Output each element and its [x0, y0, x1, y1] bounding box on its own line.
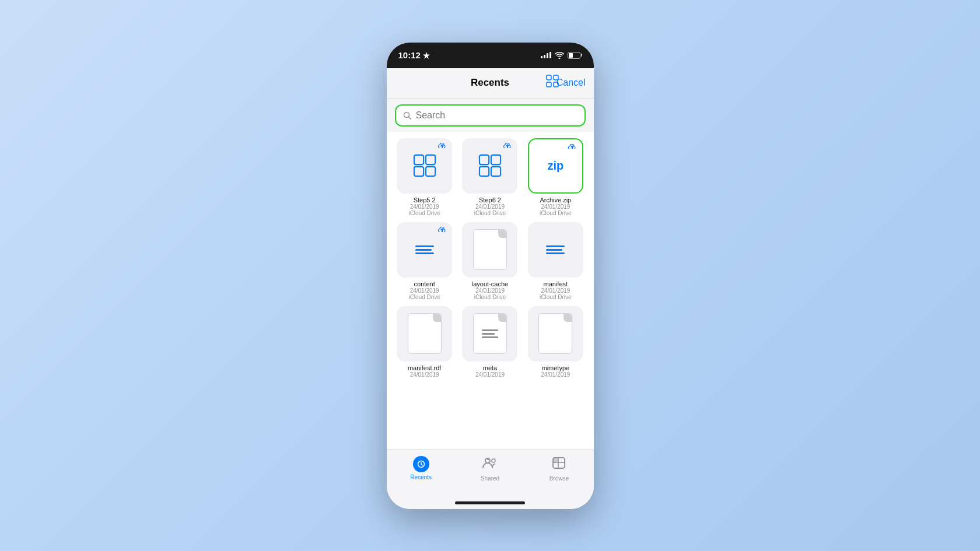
tab-browse[interactable]: Browse [541, 456, 576, 482]
file-source: iCloud Drive [540, 210, 571, 216]
list-item[interactable]: Step5 2 24/01/2019 iCloud Drive [395, 138, 454, 216]
nav-title: Recents [471, 77, 509, 89]
tab-shared[interactable]: Shared [473, 456, 508, 482]
file-card [397, 138, 452, 194]
file-date: 24/01/2019 [475, 203, 505, 210]
tab-browse-label: Browse [550, 475, 569, 482]
file-date: 24/01/2019 [410, 371, 439, 378]
file-card [462, 222, 517, 278]
svg-line-5 [408, 117, 411, 119]
list-item[interactable]: manifest.rdf 24/01/2019 [395, 306, 454, 378]
list-item[interactable]: layout-cache 24/01/2019 iCloud Drive [460, 222, 520, 300]
tab-recents-label: Recents [410, 474, 432, 480]
phone-frame: 10:12 [387, 43, 594, 509]
tab-bar: Recents Shared [387, 450, 594, 497]
list-item[interactable]: content 24/01/2019 iCloud Drive [395, 222, 454, 300]
signal-icon [541, 52, 551, 58]
recents-icon [413, 456, 429, 472]
file-card [528, 222, 583, 278]
svg-rect-13 [491, 167, 501, 176]
file-date: 24/01/2019 [410, 287, 439, 294]
svg-rect-19 [553, 458, 558, 462]
file-date: 24/01/2019 [541, 371, 570, 378]
svg-rect-11 [491, 155, 501, 164]
blank-file-icon [408, 313, 442, 354]
svg-rect-9 [426, 167, 435, 176]
cloud-upload-icon [438, 227, 446, 236]
battery-icon [568, 52, 582, 59]
file-name: Archive.zip [540, 196, 571, 203]
file-name: mimetype [541, 364, 569, 371]
list-item[interactable]: Step6 2 24/01/2019 iCloud Drive [460, 138, 520, 216]
file-name: manifest.rdf [408, 364, 441, 371]
doc-icon [546, 245, 565, 254]
list-item[interactable]: mimetype 24/01/2019 [526, 306, 585, 378]
cloud-upload-icon [503, 143, 512, 152]
cloud-upload-icon [438, 143, 446, 152]
file-source: iCloud Drive [408, 294, 440, 300]
search-input[interactable] [416, 110, 578, 121]
file-source: iCloud Drive [408, 210, 440, 216]
wifi-icon [555, 52, 564, 59]
squares-icon [478, 153, 502, 178]
tab-recents[interactable]: Recents [404, 456, 439, 480]
nav-bar: Recents Cancel [387, 68, 594, 99]
file-grid: Step5 2 24/01/2019 iCloud Drive [387, 132, 594, 450]
doc-gray-icon [473, 313, 507, 354]
tab-shared-label: Shared [481, 475, 499, 482]
svg-rect-0 [547, 75, 551, 80]
cancel-button[interactable]: Cancel [556, 78, 586, 88]
svg-rect-6 [414, 155, 424, 164]
status-time: 10:12 [398, 50, 430, 60]
file-card [462, 306, 517, 362]
file-date: 24/01/2019 [410, 203, 439, 210]
home-indicator [387, 497, 594, 509]
file-source: iCloud Drive [474, 294, 506, 300]
file-name: manifest [544, 280, 568, 287]
file-date: 24/01/2019 [475, 287, 505, 294]
status-icons [541, 52, 582, 59]
blank-file-icon [538, 313, 572, 354]
cloud-upload-icon [568, 144, 576, 153]
file-name: meta [483, 364, 497, 371]
file-name: content [414, 280, 435, 287]
file-card [397, 222, 452, 278]
file-card-selected: zip [528, 138, 583, 194]
search-bar-container [387, 99, 594, 132]
file-card [528, 306, 583, 362]
svg-rect-8 [414, 167, 424, 176]
list-item[interactable]: meta 24/01/2019 [460, 306, 520, 378]
list-item[interactable]: zip Archive.zip 24/01/2019 iCloud Drive [526, 138, 585, 216]
file-card [397, 306, 452, 362]
search-icon [403, 111, 411, 120]
svg-point-16 [492, 459, 495, 462]
location-icon [423, 52, 430, 59]
file-source: iCloud Drive [540, 294, 571, 300]
file-source: iCloud Drive [474, 210, 506, 216]
time-display: 10:12 [398, 50, 421, 60]
svg-rect-2 [547, 82, 551, 87]
blank-file-icon [473, 229, 507, 270]
svg-point-17 [487, 458, 489, 460]
zip-icon: zip [547, 159, 564, 173]
file-date: 24/01/2019 [541, 287, 570, 294]
squares-icon [413, 153, 436, 178]
svg-rect-7 [426, 155, 435, 164]
file-name: Step6 2 [479, 196, 501, 203]
doc-icon [415, 245, 434, 254]
status-bar: 10:12 [387, 43, 594, 68]
shared-icon [482, 456, 498, 473]
svg-rect-10 [480, 155, 489, 164]
file-name: layout-cache [472, 280, 508, 287]
list-item[interactable]: manifest 24/01/2019 iCloud Drive [526, 222, 585, 300]
svg-rect-12 [480, 167, 489, 176]
search-bar[interactable] [395, 104, 586, 127]
home-bar [455, 501, 525, 504]
file-date: 24/01/2019 [475, 371, 505, 378]
file-name: Step5 2 [414, 196, 436, 203]
file-card [462, 138, 517, 194]
browse-icon [551, 456, 566, 473]
file-date: 24/01/2019 [541, 203, 570, 210]
